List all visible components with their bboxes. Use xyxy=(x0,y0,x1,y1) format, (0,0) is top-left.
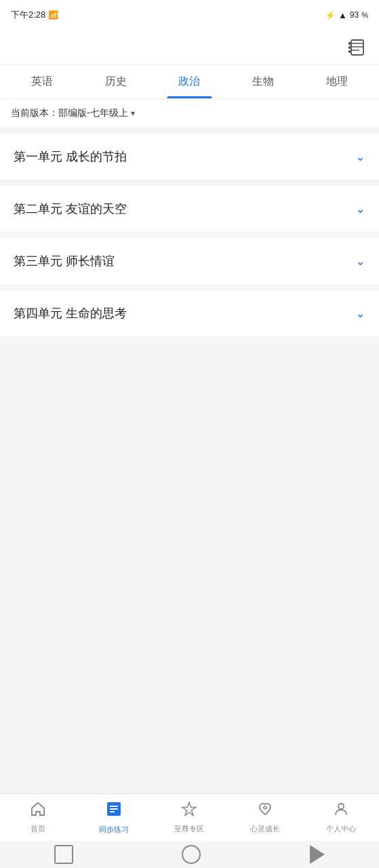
tab-history[interactable]: 历史 xyxy=(79,65,153,98)
unit-title-4: 第四单元 生命的思考 xyxy=(14,305,127,321)
status-icons: ⚡ ▲ 93 % xyxy=(325,10,368,20)
nav-sync-label: 同步练习 xyxy=(99,825,129,835)
svg-rect-6 xyxy=(348,50,351,53)
premium-icon xyxy=(181,801,197,821)
svg-point-11 xyxy=(264,806,266,809)
soul-growth-icon xyxy=(257,801,273,821)
svg-point-12 xyxy=(338,804,344,809)
notebook-button[interactable] xyxy=(346,37,368,58)
svg-rect-5 xyxy=(348,46,351,49)
unit-item-1[interactable]: 第一单元 成长的节拍 ⌄ xyxy=(0,134,379,180)
chevron-down-icon: ▾ xyxy=(131,108,135,118)
back-square-button[interactable] xyxy=(54,845,73,864)
bluetooth-icon: ⚡ xyxy=(325,10,336,20)
wifi-icon: ▲ xyxy=(338,10,347,20)
back-triangle-button[interactable] xyxy=(310,845,325,864)
nav-premium-label: 至尊专区 xyxy=(174,824,204,834)
unit-chevron-2: ⌄ xyxy=(355,201,365,216)
unit-list: 第一单元 成长的节拍 ⌄ 第二单元 友谊的天空 ⌄ 第三单元 师长情谊 ⌄ 第四… xyxy=(0,134,379,337)
battery-percent: 93 xyxy=(350,10,359,20)
status-time: 下午2:28 📶 xyxy=(11,9,58,21)
unit-chevron-4: ⌄ xyxy=(355,306,365,321)
nav-profile-label: 个人中心 xyxy=(326,824,356,834)
tab-biology[interactable]: 生物 xyxy=(226,65,300,98)
unit-title-3: 第三单元 师长情谊 xyxy=(14,253,115,269)
status-bar: 下午2:28 📶 ⚡ ▲ 93 % xyxy=(0,0,379,30)
unit-title-2: 第二单元 友谊的天空 xyxy=(14,201,127,217)
bottom-nav: 首页 同步练习 至尊专区 心灵成长 xyxy=(0,793,379,841)
tab-english[interactable]: 英语 xyxy=(5,65,79,98)
svg-rect-0 xyxy=(351,40,363,55)
unit-item-4[interactable]: 第四单元 生命的思考 ⌄ xyxy=(0,290,379,337)
nav-premium[interactable]: 至尊专区 xyxy=(152,794,228,841)
sync-practice-icon xyxy=(105,800,123,822)
version-prefix: 当前版本： xyxy=(11,107,58,119)
nav-soul-growth[interactable]: 心灵成长 xyxy=(227,794,303,841)
top-bar xyxy=(0,30,379,65)
time-display: 下午2:28 xyxy=(11,9,45,21)
battery-icon: % xyxy=(361,11,368,19)
version-dropdown[interactable]: 部编版-七年级上 ▾ xyxy=(58,107,135,119)
gesture-bar xyxy=(0,841,379,868)
tab-politics[interactable]: 政治 xyxy=(153,65,226,98)
svg-rect-4 xyxy=(348,42,351,45)
home-circle-button[interactable] xyxy=(182,845,201,864)
nav-profile[interactable]: 个人中心 xyxy=(303,794,379,841)
tab-geography[interactable]: 地理 xyxy=(300,65,374,98)
nav-home[interactable]: 首页 xyxy=(0,794,76,841)
unit-title-1: 第一单元 成长的节拍 xyxy=(14,149,127,165)
version-selector[interactable]: 当前版本： 部编版-七年级上 ▾ xyxy=(0,99,379,128)
unit-chevron-1: ⌄ xyxy=(355,149,365,164)
nav-home-label: 首页 xyxy=(31,824,45,834)
nav-soul-label: 心灵成长 xyxy=(250,824,280,834)
home-icon xyxy=(30,801,46,821)
unit-chevron-3: ⌄ xyxy=(355,254,365,269)
unit-item-3[interactable]: 第三单元 师长情谊 ⌄ xyxy=(0,238,379,285)
subject-tabs: 英语 历史 政治 生物 地理 xyxy=(0,65,379,99)
nav-sync-practice[interactable]: 同步练习 xyxy=(76,794,152,841)
version-name: 部编版-七年级上 xyxy=(58,107,128,119)
signal-icon: 📶 xyxy=(48,10,58,20)
unit-item-2[interactable]: 第二单元 友谊的天空 ⌄ xyxy=(0,186,379,233)
profile-icon xyxy=(333,801,349,821)
